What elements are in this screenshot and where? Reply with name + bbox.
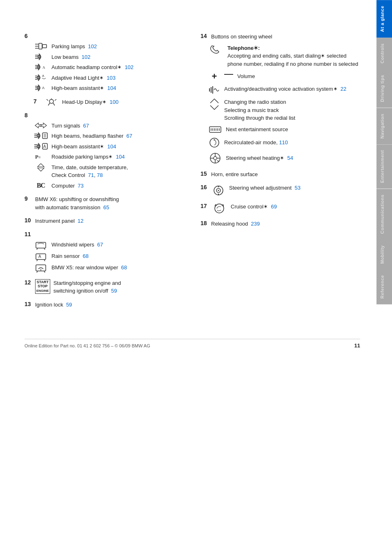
parking-lamps-link[interactable]: 102 bbox=[88, 43, 97, 49]
high-beams-text: High beams, headlamp flasher 67 bbox=[51, 132, 132, 140]
start-stop-box: STARTSTOPENGINE bbox=[35, 279, 50, 294]
svg-text:A: A bbox=[43, 144, 46, 149]
item-13-number: 13 bbox=[24, 301, 32, 307]
sidebar-tab-controls[interactable]: Controls bbox=[376, 38, 392, 69]
telephone-icon bbox=[209, 44, 223, 56]
item-17-link[interactable]: 69 bbox=[271, 204, 276, 210]
head-up-text: Head-Up Display✶ 100 bbox=[62, 98, 118, 106]
left-column: 6 bbox=[24, 33, 184, 314]
low-beams-text: Low beams 102 bbox=[51, 53, 90, 61]
rear-wiper-icon bbox=[33, 264, 48, 273]
wipers-text: Windshield wipers 67 bbox=[51, 241, 103, 249]
item-14-number: 14 bbox=[200, 33, 208, 39]
svg-text:A: A bbox=[42, 65, 45, 69]
sidebar-tab-communications[interactable]: Communications bbox=[376, 189, 392, 239]
start-stop-icon: STARTSTOPENGINE bbox=[35, 279, 50, 294]
low-beams-link[interactable]: 102 bbox=[82, 54, 91, 60]
steering-heat-link[interactable]: 54 bbox=[287, 155, 293, 161]
roadside-parking-link[interactable]: 104 bbox=[116, 154, 125, 160]
high-beam-asst-link[interactable]: 104 bbox=[107, 85, 116, 91]
sidebar-tab-mobility[interactable]: Mobility bbox=[376, 239, 392, 270]
svg-text:A: A bbox=[42, 74, 45, 78]
item-13-link[interactable]: 59 bbox=[66, 302, 72, 308]
high-beams-link[interactable]: 67 bbox=[127, 133, 132, 139]
time-date-link2[interactable]: 78 bbox=[97, 172, 102, 178]
windshield-wipers-icon bbox=[33, 241, 48, 250]
roadside-parking-text: Roadside parking lamps✶ 104 bbox=[51, 153, 125, 161]
entertainment-icon bbox=[209, 125, 222, 134]
recirculated-link[interactable]: 110 bbox=[279, 139, 288, 145]
cruise-icon bbox=[212, 203, 227, 214]
parking-lamps-icon bbox=[33, 43, 48, 50]
wipers-link[interactable]: 67 bbox=[97, 242, 103, 248]
svg-line-26 bbox=[53, 103, 55, 105]
item-16-number: 16 bbox=[200, 184, 208, 190]
voice-icon bbox=[209, 85, 220, 95]
voice-link[interactable]: 22 bbox=[341, 86, 346, 92]
sidebar-tab-navigation[interactable]: Navigation bbox=[376, 108, 392, 144]
computer-link[interactable]: 73 bbox=[78, 183, 83, 189]
item-7-section: 7 Head-Up Display✶ 100 bbox=[24, 98, 184, 106]
item-8-high-beam-asst2: A High-beam assistant✶ 104 bbox=[33, 143, 184, 151]
item-7-head-up: 7 Head-Up Display✶ 100 bbox=[33, 98, 184, 106]
recirculated-text: Recirculated-air mode, 110 bbox=[224, 139, 288, 147]
item-17-text: Cruise control✶ 69 bbox=[231, 203, 277, 211]
item-15-section: 15 Horn, entire surface bbox=[200, 170, 360, 179]
item-9-number: 9 bbox=[24, 195, 32, 202]
item-10-text: Instrument panel 12 bbox=[35, 217, 84, 225]
high-beams-icon bbox=[33, 132, 48, 139]
item-10-link[interactable]: 12 bbox=[78, 218, 83, 224]
item-18-text: Releasing hood 239 bbox=[211, 220, 260, 228]
item-6-number: 6 bbox=[24, 33, 32, 39]
item-17-section: 17 Cruise con bbox=[200, 203, 360, 214]
svg-marker-48 bbox=[38, 163, 44, 167]
radio-icon bbox=[209, 98, 220, 110]
item-9-section: 9 BMW X6: upshifting or downshiftingwith… bbox=[24, 195, 184, 211]
high-beam-asst2-link[interactable]: 104 bbox=[107, 143, 116, 150]
item-16-text: Steering wheel adjustment 53 bbox=[229, 184, 301, 192]
svg-point-81 bbox=[218, 195, 219, 195]
main-content: 6 bbox=[0, 0, 376, 555]
steering-adj-icon bbox=[212, 184, 225, 197]
item-13-text: Ignition lock 59 bbox=[35, 301, 72, 309]
auto-headlamp-link[interactable]: 102 bbox=[125, 64, 134, 70]
svg-text:≡: ≡ bbox=[38, 155, 41, 159]
item-18-number: 18 bbox=[200, 220, 208, 226]
item-16-link[interactable]: 53 bbox=[294, 185, 300, 191]
right-column: 14 Buttons on steering wheel Telephone✶:… bbox=[200, 33, 360, 314]
item-8-high-beams: High beams, headlamp flasher 67 bbox=[33, 132, 184, 140]
recirculated-icon bbox=[209, 137, 220, 148]
adaptive-head-text: Adaptive Head Light✶ 103 bbox=[51, 74, 116, 82]
item-11-rain-sensor: A Rain sensor 68 bbox=[33, 252, 184, 261]
turn-signals-link[interactable]: 67 bbox=[83, 123, 89, 129]
item-12-text: Starting/stopping engine andswitching ig… bbox=[53, 279, 121, 295]
turn-signals-icon bbox=[33, 122, 48, 129]
item-18-link[interactable]: 239 bbox=[251, 221, 260, 227]
entertainment-text: Next entertainment source bbox=[226, 125, 288, 134]
bc-text: BC bbox=[37, 182, 45, 189]
item-14-header: Buttons on steering wheel bbox=[211, 33, 272, 41]
time-date-link1[interactable]: 71 bbox=[88, 172, 94, 178]
high-beam-asst-icon: A bbox=[33, 84, 48, 92]
parking-lamps-text: Parking lamps 102 bbox=[51, 43, 97, 51]
steering-heat-text: Steering wheel heating✶ 54 bbox=[226, 154, 293, 162]
item-18-section: 18 Releasing hood 239 bbox=[200, 220, 360, 228]
sidebar-tab-at-a-glance[interactable]: At a glance bbox=[376, 0, 392, 38]
time-date-icon bbox=[33, 163, 48, 172]
sidebar-tab-entertainment[interactable]: Entertainment bbox=[376, 144, 392, 188]
adaptive-head-link[interactable]: 103 bbox=[107, 75, 116, 81]
head-up-link[interactable]: 100 bbox=[110, 99, 119, 105]
time-date-text: Time, date, outside temperature,Check Co… bbox=[51, 163, 128, 179]
item-9-link[interactable]: 65 bbox=[103, 204, 109, 210]
item-12-link[interactable]: 59 bbox=[111, 288, 117, 294]
rain-sensor-link[interactable]: 68 bbox=[83, 253, 89, 259]
svg-rect-4 bbox=[42, 45, 47, 48]
sidebar-tab-driving-tips[interactable]: Driving tips bbox=[376, 69, 392, 108]
item-6-section: 6 bbox=[24, 33, 184, 92]
item-11-wipers: Windshield wipers 67 bbox=[33, 241, 184, 250]
svg-marker-30 bbox=[35, 123, 42, 128]
item-8-roadside-parking: P ≡ Roadside parking lamps✶ 104 bbox=[33, 153, 184, 161]
sidebar-tab-reference[interactable]: Reference bbox=[376, 269, 392, 304]
rear-wiper-link[interactable]: 68 bbox=[121, 264, 127, 271]
volume-text: Volume bbox=[237, 72, 255, 81]
